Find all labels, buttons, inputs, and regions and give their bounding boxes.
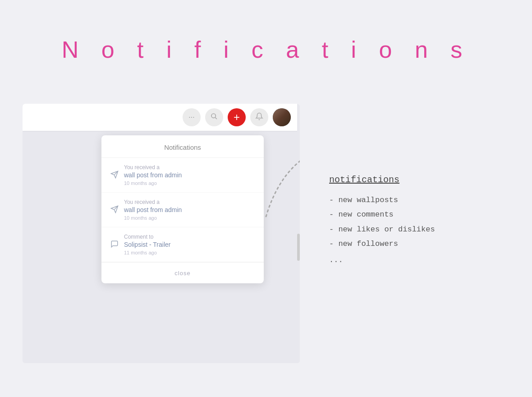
notification-panel: Notifications You received a wall post f… [101, 135, 264, 283]
notification-time: 10 months ago [124, 215, 255, 221]
notification-title: Solipsist - Trailer [124, 241, 255, 248]
more-icon: ··· [188, 113, 194, 121]
search-button[interactable] [205, 108, 223, 126]
notification-footer: close [101, 262, 264, 283]
notification-item: You received a wall post from admin 10 m… [101, 158, 264, 193]
avatar [273, 108, 291, 126]
add-button[interactable]: + [228, 108, 246, 126]
notification-time: 11 months ago [124, 250, 255, 255]
more-button[interactable]: ··· [183, 108, 201, 126]
notification-title: wall post from admin [124, 206, 255, 213]
notification-list[interactable]: You received a wall post from admin 10 m… [101, 158, 264, 262]
avatar-button[interactable] [273, 108, 291, 126]
bell-button[interactable] [250, 108, 268, 126]
scroll-thumb[interactable] [297, 234, 300, 261]
notification-item: Comment to Solipsist - Trailer 11 months… [101, 227, 264, 262]
notification-subtitle: Comment to [124, 234, 255, 240]
notification-time: 10 months ago [124, 180, 255, 186]
send-icon [110, 205, 119, 216]
navbar: ··· + [23, 104, 300, 131]
search-icon [211, 113, 218, 122]
dotted-curve-decoration [243, 144, 300, 235]
notes-item-comments: - new comments [329, 208, 435, 222]
notification-title: wall post from admin [124, 171, 255, 179]
plus-icon: + [234, 111, 240, 124]
notification-panel-header: Notifications [101, 135, 264, 158]
svg-point-0 [211, 114, 216, 118]
notification-content: Comment to Solipsist - Trailer 11 months… [124, 234, 255, 255]
ui-card: ··· + Notifications [23, 104, 300, 363]
notes-item-wallposts: - new wallposts [329, 193, 435, 208]
notification-content: You received a wall post from admin 10 m… [124, 199, 255, 221]
notes-title: notifications [329, 171, 435, 189]
close-button[interactable]: close [174, 270, 190, 277]
notification-subtitle: You received a [124, 164, 255, 171]
notification-item: You received a wall post from admin 10 m… [101, 193, 264, 227]
notification-content: You received a wall post from admin 10 m… [124, 164, 255, 186]
svg-line-1 [215, 117, 217, 119]
notes-area: notifications - new wallposts - new comm… [329, 171, 435, 268]
page-title: N o t i f i c a t i o n s [0, 0, 532, 63]
comment-icon [110, 240, 119, 250]
notes-item-followers: - new followers [329, 237, 435, 251]
notes-item-likes: - new likes or dislikes [329, 222, 435, 237]
notes-ellipsis: ... [329, 253, 435, 268]
bell-icon [255, 112, 263, 122]
notification-subtitle: You received a [124, 199, 255, 205]
send-icon [110, 171, 119, 181]
